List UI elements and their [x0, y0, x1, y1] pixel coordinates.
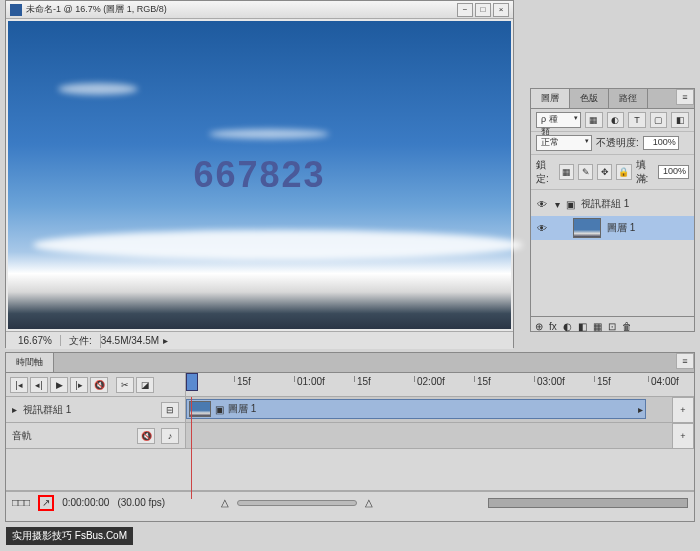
timecode[interactable]: 0:00:00:00 — [62, 497, 109, 508]
mute-button[interactable]: 🔇 — [90, 377, 108, 393]
film-icon: ▣ — [215, 404, 224, 415]
play-button[interactable]: ▶ — [50, 377, 68, 393]
close-button[interactable]: × — [493, 3, 509, 17]
tab-paths[interactable]: 路徑 — [609, 89, 648, 108]
layers-footer: ⊕ fx ◐ ◧ ▦ ⊡ 🗑 — [531, 316, 694, 336]
visibility-icon[interactable]: 👁 — [535, 223, 549, 234]
audio-track-row: 音軌 🔇 ♪ + — [6, 423, 694, 449]
time-ruler[interactable]: 15f 01:00f 15f 02:00f 15f 03:00f 15f 04:… — [186, 373, 694, 396]
ruler-tick: 03:00f — [534, 376, 565, 382]
tab-layers[interactable]: 圖層 — [531, 89, 570, 108]
ruler-tick: 15f — [594, 376, 611, 382]
filter-smart-icon[interactable]: ◧ — [671, 112, 689, 128]
panel-tabs: 圖層 色版 路徑 ≡ — [531, 89, 694, 109]
zoom-status[interactable]: 16.67% — [10, 335, 61, 346]
disclosure-icon[interactable]: ▾ — [555, 199, 560, 210]
filesize-value: 34.5M/34.5M — [101, 335, 159, 346]
film-icon: ▣ — [566, 199, 575, 210]
panel-menu-icon[interactable]: ≡ — [676, 353, 694, 369]
visibility-icon[interactable]: 👁 — [535, 199, 549, 210]
statusbar: 16.67% 文件: 34.5M/34.5M ▸ — [6, 331, 513, 349]
ruler-tick: 01:00f — [294, 376, 325, 382]
document-window: 未命名-1 @ 16.7% (圖層 1, RGB/8) − □ × 667823… — [5, 0, 514, 348]
group-name: 視訊群組 1 — [581, 197, 629, 211]
disclosure-icon[interactable]: ▸ — [163, 335, 168, 346]
clip-name: 圖層 1 — [228, 402, 256, 416]
render-button[interactable]: ↗ — [38, 495, 54, 511]
fill-input[interactable]: 100% — [658, 165, 689, 179]
video-clip[interactable]: ▣ 圖層 1 ▸ — [186, 399, 646, 419]
ruler-tick: 15f — [474, 376, 491, 382]
opacity-input[interactable]: 100% — [643, 136, 679, 150]
timeline-tabs: 時間軸 ≡ — [6, 353, 694, 373]
maximize-button[interactable]: □ — [475, 3, 491, 17]
ruler-tick: 02:00f — [414, 376, 445, 382]
kind-select[interactable]: ρ 種類 — [536, 112, 581, 128]
layer-group-row[interactable]: 👁 ▾ ▣ 視訊群組 1 — [531, 192, 694, 216]
group-icon[interactable]: ▦ — [593, 321, 602, 332]
canvas[interactable]: 667823 — [8, 21, 511, 329]
adjust-icon[interactable]: ◧ — [578, 321, 587, 332]
add-audio-button[interactable]: + — [672, 423, 694, 449]
first-frame-button[interactable]: |◂ — [10, 377, 28, 393]
add-media-button[interactable]: + — [672, 397, 694, 423]
video-track[interactable]: ▣ 圖層 1 ▸ — [186, 397, 672, 422]
track-name: 視訊群組 1 — [23, 403, 71, 417]
layers-panel: 圖層 色版 路徑 ≡ ρ 種類 ▦ ◐ T ▢ ◧ 正常 不透明度: 100% … — [530, 88, 695, 332]
blend-mode-select[interactable]: 正常 — [536, 135, 592, 151]
filesize-label: 文件: — [61, 334, 101, 348]
scrollbar[interactable] — [488, 498, 688, 508]
transition-button[interactable]: ◪ — [136, 377, 154, 393]
filter-image-icon[interactable]: ▦ — [585, 112, 603, 128]
track-film-icon[interactable]: ⊟ — [161, 402, 179, 418]
lock-all-icon[interactable]: 🔒 — [616, 164, 631, 180]
link-icon[interactable]: ⊕ — [535, 321, 543, 332]
zoom-slider[interactable] — [237, 500, 357, 506]
layer-thumbnail — [573, 218, 601, 238]
watermark-text: 667823 — [193, 154, 325, 196]
tab-timeline[interactable]: 時間軸 — [6, 353, 54, 372]
layer-row[interactable]: 👁 圖層 1 — [531, 216, 694, 240]
lock-paint-icon[interactable]: ✎ — [578, 164, 593, 180]
timeline-empty-area — [6, 449, 694, 491]
new-layer-icon[interactable]: ⊡ — [608, 321, 616, 332]
trash-icon[interactable]: 🗑 — [622, 321, 632, 332]
split-button[interactable]: ✂ — [116, 377, 134, 393]
minimize-button[interactable]: − — [457, 3, 473, 17]
zoom-in-icon[interactable]: △ — [365, 497, 373, 508]
audio-track[interactable] — [186, 423, 672, 448]
zoom-out-icon[interactable]: △ — [221, 497, 229, 508]
filter-type-icon[interactable]: T — [628, 112, 646, 128]
track-label-area: 音軌 🔇 ♪ — [6, 423, 186, 448]
filter-shape-icon[interactable]: ▢ — [650, 112, 668, 128]
timeline-panel: 時間軸 ≡ |◂ ◂| ▶ |▸ 🔇 ✂ ◪ 15f 01:00f 15f 02… — [5, 352, 695, 522]
blend-row: 正常 不透明度: 100% — [531, 132, 694, 155]
fx-icon[interactable]: fx — [549, 321, 557, 332]
mute-icon[interactable]: 🔇 — [137, 428, 155, 444]
panel-menu-icon[interactable]: ≡ — [676, 89, 694, 105]
disclosure-icon[interactable]: ▸ — [12, 404, 17, 415]
fps-display: (30.00 fps) — [117, 497, 165, 508]
tab-channels[interactable]: 色版 — [570, 89, 609, 108]
audio-note-icon[interactable]: ♪ — [161, 428, 179, 444]
app-icon — [10, 4, 22, 16]
clip-menu-icon[interactable]: ▸ — [638, 404, 643, 415]
lock-move-icon[interactable]: ✥ — [597, 164, 612, 180]
prev-frame-button[interactable]: ◂| — [30, 377, 48, 393]
site-watermark: 实用摄影技巧 FsBus.CoM — [6, 527, 133, 545]
document-title: 未命名-1 @ 16.7% (圖層 1, RGB/8) — [26, 3, 455, 16]
lock-transparent-icon[interactable]: ▦ — [559, 164, 574, 180]
frames-mode-icon[interactable]: □□□ — [12, 497, 30, 508]
timeline-footer: □□□ ↗ 0:00:00:00 (30.00 fps) △ △ — [6, 491, 694, 513]
lock-label: 鎖定: — [536, 158, 555, 186]
clip-thumbnail — [189, 401, 211, 417]
ruler-tick: 04:00f — [648, 376, 679, 382]
next-frame-button[interactable]: |▸ — [70, 377, 88, 393]
track-name: 音軌 — [12, 429, 32, 443]
playhead[interactable] — [186, 373, 198, 391]
filter-adjust-icon[interactable]: ◐ — [607, 112, 625, 128]
layer-name: 圖層 1 — [607, 221, 635, 235]
fill-label: 填滿: — [636, 158, 655, 186]
mask-icon[interactable]: ◐ — [563, 321, 572, 332]
titlebar: 未命名-1 @ 16.7% (圖層 1, RGB/8) − □ × — [6, 1, 513, 19]
